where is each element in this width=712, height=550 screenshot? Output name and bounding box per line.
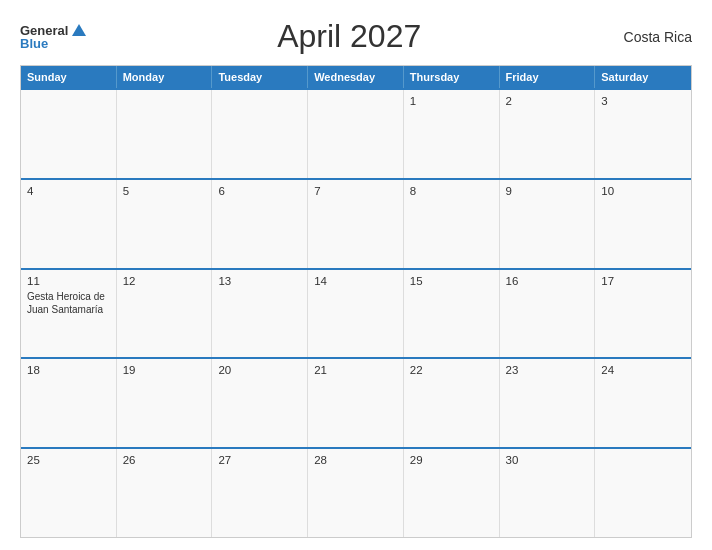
header-tuesday: Tuesday: [212, 66, 308, 88]
calendar-row-2: 4 5 6 7 8 9 10: [21, 178, 691, 268]
cell-empty-4: [308, 90, 404, 178]
cell-apr-26: 26: [117, 449, 213, 537]
calendar: Sunday Monday Tuesday Wednesday Thursday…: [20, 65, 692, 538]
calendar-row-4: 18 19 20 21 22 23 24: [21, 357, 691, 447]
cell-apr-10: 10: [595, 180, 691, 268]
header-saturday: Saturday: [595, 66, 691, 88]
cell-apr-6: 6: [212, 180, 308, 268]
cell-apr-2: 2: [500, 90, 596, 178]
header-sunday: Sunday: [21, 66, 117, 88]
logo-triangle-icon: [72, 24, 86, 36]
cell-apr-25: 25: [21, 449, 117, 537]
cell-apr-29: 29: [404, 449, 500, 537]
month-title: April 2027: [86, 18, 612, 55]
cell-apr-20: 20: [212, 359, 308, 447]
cell-apr-27: 27: [212, 449, 308, 537]
cell-apr-3: 3: [595, 90, 691, 178]
cell-apr-30: 30: [500, 449, 596, 537]
cell-empty-1: [21, 90, 117, 178]
header-thursday: Thursday: [404, 66, 500, 88]
cell-apr-9: 9: [500, 180, 596, 268]
cell-apr-13: 13: [212, 270, 308, 358]
logo-blue-text: Blue: [20, 37, 48, 50]
cell-apr-7: 7: [308, 180, 404, 268]
calendar-row-1: 1 2 3: [21, 88, 691, 178]
header-friday: Friday: [500, 66, 596, 88]
cell-apr-1: 1: [404, 90, 500, 178]
logo: General Blue: [20, 24, 86, 50]
header: General Blue April 2027 Costa Rica: [20, 18, 692, 55]
cell-apr-8: 8: [404, 180, 500, 268]
cell-apr-23: 23: [500, 359, 596, 447]
cell-apr-14: 14: [308, 270, 404, 358]
cell-empty-2: [117, 90, 213, 178]
cell-apr-24: 24: [595, 359, 691, 447]
cell-apr-12: 12: [117, 270, 213, 358]
cell-apr-21: 21: [308, 359, 404, 447]
header-wednesday: Wednesday: [308, 66, 404, 88]
cell-empty-5: [595, 449, 691, 537]
cell-apr-19: 19: [117, 359, 213, 447]
header-monday: Monday: [117, 66, 213, 88]
cell-apr-5: 5: [117, 180, 213, 268]
cell-apr-16: 16: [500, 270, 596, 358]
cell-apr-15: 15: [404, 270, 500, 358]
cell-apr-18: 18: [21, 359, 117, 447]
calendar-body: 1 2 3 4 5 6: [21, 88, 691, 537]
event-apr-11: Gesta Heroica de Juan Santamaría: [27, 290, 110, 316]
cell-empty-3: [212, 90, 308, 178]
page: General Blue April 2027 Costa Rica Sunda…: [0, 0, 712, 550]
cell-apr-11: 11 Gesta Heroica de Juan Santamaría: [21, 270, 117, 358]
country-label: Costa Rica: [612, 29, 692, 45]
calendar-row-3: 11 Gesta Heroica de Juan Santamaría 12 1…: [21, 268, 691, 358]
calendar-header: Sunday Monday Tuesday Wednesday Thursday…: [21, 66, 691, 88]
cell-apr-28: 28: [308, 449, 404, 537]
cell-apr-4: 4: [21, 180, 117, 268]
logo-general-text: General: [20, 24, 68, 37]
cell-apr-17: 17: [595, 270, 691, 358]
cell-apr-22: 22: [404, 359, 500, 447]
calendar-row-5: 25 26 27 28 29 30: [21, 447, 691, 537]
